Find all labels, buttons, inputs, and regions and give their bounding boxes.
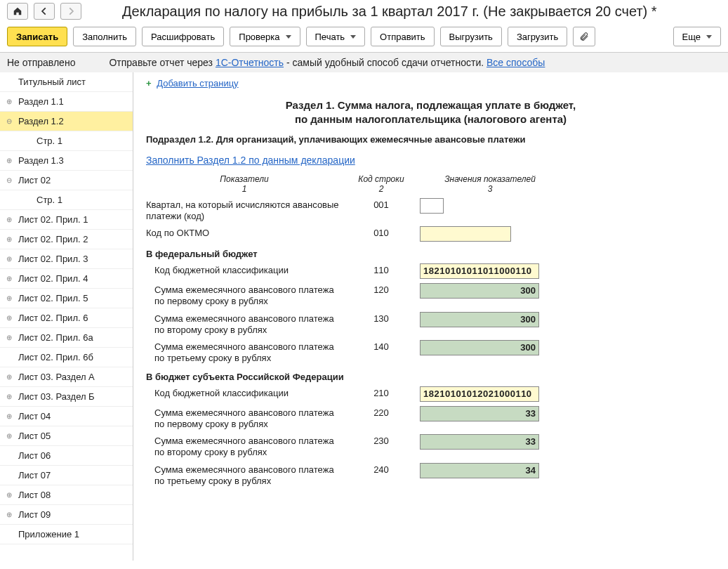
- tree-item[interactable]: Стр. 1: [0, 131, 133, 151]
- fill-section-link[interactable]: Заполнить Раздел 1.2 по данным деклараци…: [146, 155, 355, 166]
- tree-item-label: Лист 08: [18, 490, 51, 500]
- status-link-1c[interactable]: 1С-Отчетность: [216, 57, 284, 68]
- tree-item[interactable]: ⊕Лист 09: [0, 505, 133, 525]
- tree-item[interactable]: ⊕Лист 02. Прил. 5: [0, 289, 133, 308]
- row-code: 140: [350, 340, 413, 352]
- tree-toggle-icon[interactable]: ⊖: [4, 176, 14, 185]
- tree-item[interactable]: ⊕Лист 02. Прил. 6: [0, 308, 133, 328]
- tree-item[interactable]: ⊕Раздел 1.3: [0, 151, 133, 171]
- tree-toggle-icon[interactable]: ⊕: [4, 235, 14, 244]
- tree-item-label: Приложение 1: [18, 529, 79, 539]
- tree-item[interactable]: Стр. 1: [0, 190, 133, 210]
- row-code: 001: [350, 198, 413, 210]
- import-button[interactable]: Загрузить: [508, 27, 567, 46]
- tree-item-label: Стр. 1: [37, 195, 62, 205]
- tree-item[interactable]: Титульный лист: [0, 72, 133, 92]
- tree-item[interactable]: Лист 06: [0, 446, 133, 466]
- tree-toggle-icon[interactable]: ⊕: [4, 215, 14, 225]
- tree-item-label: Стр. 1: [37, 136, 62, 146]
- tree-item[interactable]: Лист 02. Прил. 6б: [0, 348, 133, 367]
- tree-item[interactable]: ⊕Лист 04: [0, 407, 133, 426]
- attachment-button[interactable]: [573, 27, 595, 46]
- tree-item[interactable]: ⊕Лист 02. Прил. 1: [0, 210, 133, 230]
- reg-m1-input[interactable]: 33: [420, 406, 539, 421]
- tree-item[interactable]: Приложение 1: [0, 525, 133, 544]
- status-state: Не отправлено: [7, 57, 75, 68]
- tree-toggle-icon[interactable]: ⊕: [4, 156, 14, 166]
- tree-item-label: Лист 09: [18, 509, 51, 520]
- row-reg-m3: Сумма ежемесячного авансового платежа по…: [146, 463, 715, 488]
- tree-item[interactable]: Лист 07: [0, 466, 133, 485]
- send-button[interactable]: Отправить: [371, 27, 434, 46]
- tree-toggle-icon[interactable]: ⊕: [4, 412, 14, 421]
- tree-item[interactable]: ⊕Лист 03. Раздел А: [0, 367, 133, 387]
- tree-item-label: Лист 02. Прил. 1: [18, 214, 88, 225]
- tree-item[interactable]: ⊕Лист 02. Прил. 2: [0, 230, 133, 249]
- regional-budget-title: В бюджет субъекта Российской Федерации: [146, 372, 715, 382]
- chevron-down-icon: [706, 35, 712, 39]
- fed-m2-input[interactable]: 300: [420, 312, 539, 327]
- check-button[interactable]: Проверка: [230, 27, 300, 46]
- section-tree[interactable]: Титульный лист⊕Раздел 1.1⊖Раздел 1.2Стр.…: [0, 72, 133, 561]
- tree-item-label: Лист 02. Прил. 3: [18, 254, 88, 264]
- reg-kbk-input[interactable]: 18210101012021000110: [420, 386, 539, 402]
- quarter-input[interactable]: [420, 198, 444, 214]
- tree-item-label: Лист 02: [18, 175, 51, 185]
- more-button[interactable]: Еще: [673, 27, 721, 46]
- tree-item[interactable]: ⊕Лист 02. Прил. 4: [0, 269, 133, 289]
- status-bar: Не отправлено Отправьте отчет через 1С-О…: [0, 53, 728, 72]
- tree-item-label: Лист 02. Прил. 6а: [18, 332, 93, 343]
- status-link-all[interactable]: Все способы: [487, 57, 545, 68]
- oktmo-input[interactable]: [420, 226, 511, 242]
- tree-item-label: Лист 03. Раздел Б: [18, 391, 95, 402]
- tree-item[interactable]: ⊕Лист 03. Раздел Б: [0, 387, 133, 407]
- decode-button[interactable]: Расшифровать: [142, 27, 224, 46]
- print-button[interactable]: Печать: [306, 27, 366, 46]
- tree-item[interactable]: ⊕Раздел 1.1: [0, 92, 133, 112]
- tree-toggle-icon[interactable]: ⊕: [4, 333, 14, 343]
- section-heading: Раздел 1. Сумма налога, подлежащая уплат…: [249, 98, 614, 127]
- federal-budget-title: В федеральный бюджет: [146, 249, 715, 259]
- tree-toggle-icon[interactable]: ⊕: [4, 294, 14, 303]
- tree-toggle-icon[interactable]: ⊕: [4, 510, 14, 520]
- row-code: 240: [350, 463, 413, 475]
- fed-m3-input[interactable]: 300: [420, 340, 539, 355]
- tree-item-label: Лист 02. Прил. 2: [18, 234, 88, 244]
- tree-toggle-icon[interactable]: ⊕: [4, 392, 14, 402]
- tree-toggle-icon[interactable]: ⊕: [4, 372, 14, 382]
- home-button[interactable]: [7, 3, 28, 20]
- tree-toggle-icon[interactable]: ⊕: [4, 431, 14, 441]
- tree-toggle-icon[interactable]: ⊕: [4, 254, 14, 264]
- row-label: Сумма ежемесячного авансового платежа по…: [146, 434, 343, 459]
- row-label: Сумма ежемесячного авансового платежа по…: [146, 312, 343, 336]
- reg-m2-input[interactable]: 33: [420, 434, 539, 450]
- row-fed-m2: Сумма ежемесячного авансового платежа по…: [146, 312, 715, 336]
- tree-item-label: Лист 03. Раздел А: [18, 372, 95, 382]
- row-code: 210: [350, 386, 413, 398]
- tree-item[interactable]: ⊖Лист 02: [0, 171, 133, 190]
- tree-toggle-icon[interactable]: ⊖: [4, 117, 14, 126]
- tree-toggle-icon[interactable]: ⊕: [4, 490, 14, 500]
- tree-item[interactable]: ⊕Лист 02. Прил. 3: [0, 249, 133, 269]
- export-button[interactable]: Выгрузить: [440, 27, 502, 46]
- fed-kbk-input[interactable]: 18210101011011000110: [420, 263, 539, 279]
- tree-item[interactable]: ⊕Лист 08: [0, 485, 133, 505]
- tree-item[interactable]: ⊖Раздел 1.2: [0, 112, 133, 131]
- fill-button[interactable]: Заполнить: [73, 27, 136, 46]
- row-code: 120: [350, 283, 413, 295]
- row-oktmo: Код по ОКТМО 010: [146, 226, 715, 242]
- reg-m3-input[interactable]: 34: [420, 463, 539, 478]
- tree-item[interactable]: ⊕Лист 05: [0, 426, 133, 446]
- tree-toggle-icon[interactable]: ⊕: [4, 274, 14, 284]
- tree-toggle-icon[interactable]: ⊕: [4, 313, 14, 323]
- chevron-down-icon: [286, 35, 291, 39]
- write-button[interactable]: Записать: [7, 27, 67, 46]
- back-button[interactable]: [34, 3, 55, 20]
- add-page-link[interactable]: Добавить страницу: [157, 78, 238, 89]
- forward-button[interactable]: [60, 3, 81, 20]
- fed-m1-input[interactable]: 300: [420, 283, 539, 299]
- tree-toggle-icon[interactable]: ⊕: [4, 97, 14, 107]
- row-label: Сумма ежемесячного авансового платежа по…: [146, 463, 343, 488]
- tree-item[interactable]: ⊕Лист 02. Прил. 6а: [0, 328, 133, 348]
- row-fed-kbk: Код бюджетной классификации 110 18210101…: [146, 263, 715, 279]
